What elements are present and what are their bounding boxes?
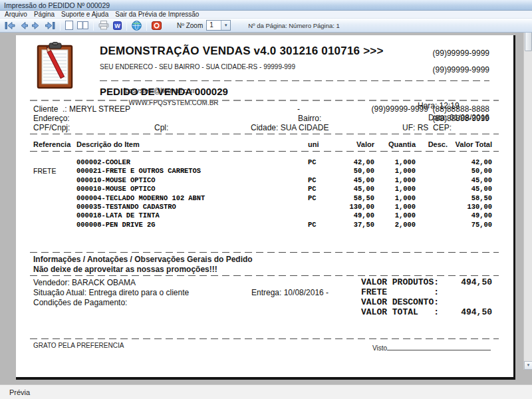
cell-total: 49,00 [448, 211, 492, 220]
customer-dash: - [297, 104, 300, 114]
notes-title: Informações / Anotações / Observações Ge… [33, 255, 253, 264]
header-divider [100, 80, 489, 81]
cell-desc: 000004-TECLADO MODERNO 102 ABNT [76, 194, 308, 203]
cell-desc: 000021-FRETE E OUTROS CARRETOS [76, 167, 308, 176]
table-header: Referencia Descrição do Item uni Valor Q… [33, 140, 492, 148]
clipboard-pencil-logo [36, 42, 74, 90]
two-page-view-button[interactable] [76, 20, 90, 31]
customer-name-row: Cliente .: MERYL STREEP [33, 104, 130, 114]
table-row: 000010-MOUSE OPTICOPC45,001,00045,00 [33, 185, 492, 194]
first-page-icon [5, 22, 15, 29]
cell-desc: 000010-MOUSE OPTICO [76, 185, 308, 194]
cell-desc: 000018-LATA DE TINTA [76, 211, 308, 220]
zoom-select[interactable]: 1 ▼ [206, 20, 231, 31]
table-row: 000008-PEN DRIVE 2GPC37,502,00075,00 [33, 221, 492, 229]
cell-desconto [416, 158, 448, 167]
customer-cpl-label: Cpl: [154, 123, 168, 132]
section-divider [30, 252, 499, 253]
cell-uni [308, 211, 331, 220]
next-page-button[interactable] [31, 20, 42, 31]
cell-desconto [416, 203, 448, 211]
menu-sair-previa[interactable]: Sair da Prévia de Impressão [112, 11, 202, 18]
customer-city: Cidade: SUA CIDADE [251, 123, 329, 132]
cell-uni [308, 203, 331, 211]
cell-quantia: 1,000 [374, 203, 416, 211]
cell-valor: 130,00 [331, 203, 374, 211]
exit-preview-button[interactable] [150, 20, 163, 31]
toolbar-separator [93, 20, 94, 31]
cell-quantia: 1,000 [374, 185, 416, 194]
cell-ref [33, 176, 76, 185]
menu-suporte-ajuda[interactable]: Suporte e Ajuda [58, 11, 112, 18]
seller-name: Vendedor: BARACK OBAMA [33, 278, 136, 287]
items-rows: 000002-COOLERPC42,001,00042,00FRETE00002… [33, 158, 492, 229]
cell-uni: PC [308, 221, 331, 229]
total-label: VALOR TOTAL : [361, 307, 439, 317]
cell-desconto [416, 194, 448, 203]
web-button[interactable] [130, 20, 143, 31]
cell-total: 50,00 [448, 167, 492, 176]
table-row: 000035-TESTANDO CADASTRO130,001,000130,0… [33, 203, 492, 211]
cell-quantia: 1,000 [374, 194, 416, 203]
last-page-icon [45, 22, 55, 29]
cell-uni: PC [308, 185, 331, 194]
cell-valor: 50,00 [331, 167, 374, 176]
printer-icon [98, 21, 109, 30]
company-title: DEMONSTRAÇÃO VENDAS v4.0 301216 010716 >… [100, 45, 384, 58]
cell-desc: 000035-TESTANDO CADASTRO [76, 203, 308, 211]
cell-valor: 45,00 [331, 185, 374, 194]
company-phone-1: (99)99999-9999 [433, 49, 489, 58]
word-export-button[interactable]: W [112, 20, 123, 31]
power-exit-icon [152, 21, 162, 30]
notes-text: Não deixe de aproveitar as nossas promoç… [33, 265, 217, 274]
zoom-value: 1 [207, 21, 221, 30]
scroll-down-button[interactable]: ▼ [524, 361, 532, 370]
title-bar[interactable]: Impressão do PEDIDO Nº 000029 [0, 0, 532, 11]
thanks-message: GRATO PELA PREFERENCIA [33, 342, 124, 349]
table-row: 000004-TECLADO MODERNO 102 ABNTPC58,501,… [33, 194, 492, 203]
company-phone-2: (99)99999-9999 [433, 65, 489, 74]
cell-total: 75,00 [448, 221, 492, 229]
total-line: VALOR DESCONTO: [361, 297, 492, 307]
cell-desc: 000010-MOUSE OPTICO [76, 176, 308, 185]
order-title: PEDIDO DE VENDA 000029 [100, 86, 228, 97]
signature-line [387, 343, 491, 350]
toolbar-separator [146, 20, 147, 31]
first-page-button[interactable] [3, 20, 17, 31]
cell-desconto [416, 211, 448, 220]
menu-pagina[interactable]: Página [31, 11, 58, 18]
total-line: VALOR PRODUTOS:494,50 [361, 277, 492, 287]
last-page-button[interactable] [43, 20, 57, 31]
previous-page-button[interactable] [18, 20, 29, 31]
customer-name: MERYL STREEP [69, 104, 130, 114]
customer-address-label: Endereço: [33, 114, 70, 123]
toolbar-separator [60, 20, 61, 31]
col-descricao: Descrição do Item [76, 140, 308, 148]
cell-desconto [416, 185, 448, 194]
seller-situation: Situação Atual: Entrega direto para o cl… [33, 288, 189, 297]
table-row: 000018-LATA DE TINTA49,001,00049,00 [33, 211, 492, 220]
cell-quantia: 2,000 [374, 221, 416, 229]
customer-cpf-label: CPF/Cnpj: [33, 123, 70, 132]
cell-quantia: 1,000 [374, 176, 416, 185]
col-valor: Valor [331, 140, 374, 148]
cell-total: 42,00 [448, 158, 492, 167]
previous-page-icon [19, 22, 28, 29]
scrollbar-thumb[interactable] [525, 33, 532, 51]
total-line: FRETE : [361, 287, 492, 297]
cell-ref [33, 158, 76, 167]
table-header-divider [30, 151, 499, 152]
chevron-down-icon[interactable]: ▼ [221, 21, 230, 30]
cell-total: 130,00 [448, 203, 492, 211]
word-export-icon: W [113, 21, 122, 30]
cell-uni: PC [308, 176, 331, 185]
cell-ref: FRETE [33, 167, 76, 176]
vertical-scrollbar[interactable]: ▲ ▼ [523, 33, 532, 370]
print-button[interactable] [97, 20, 110, 31]
single-page-view-button[interactable] [64, 20, 74, 31]
delivery-date: Entrega: 10/08/2016 - [251, 288, 329, 297]
customer-phone-2: (88)88888-9999 [433, 114, 489, 123]
cell-quantia: 1,000 [374, 158, 416, 167]
menu-arquivo[interactable]: Arquivo [1, 11, 31, 18]
cell-valor: 49,00 [331, 211, 374, 220]
